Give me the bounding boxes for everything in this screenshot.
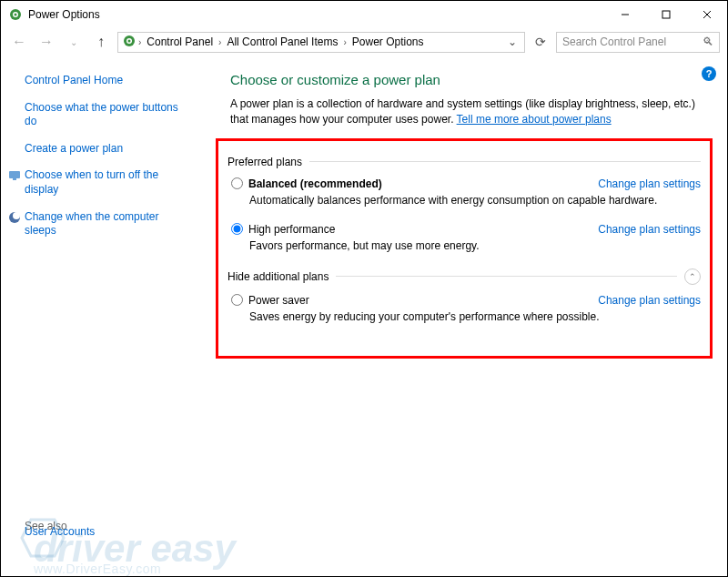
plan-power-saver: Power saver Change plan settings Saves e…	[228, 294, 701, 323]
display-icon	[8, 169, 21, 182]
chevron-right-icon: ›	[218, 37, 221, 47]
change-plan-settings-link[interactable]: Change plan settings	[598, 223, 701, 236]
help-icon[interactable]: ?	[702, 66, 716, 81]
titlebar: Power Options	[1, 1, 727, 28]
plan-name[interactable]: Balanced (recommended)	[248, 177, 382, 190]
plan-name[interactable]: Power saver	[248, 294, 309, 307]
nav-toolbar: ← → ⌄ ↑ › Control Panel › All Control Pa…	[1, 28, 727, 56]
sidebar-link[interactable]: Change when the computer sleeps	[25, 210, 187, 238]
sleep-icon	[8, 211, 21, 224]
recent-dropdown[interactable]: ⌄	[63, 31, 85, 53]
sidebar-link[interactable]: Create a power plan	[25, 142, 187, 157]
chevron-right-icon: ›	[138, 37, 141, 47]
main-content: ? Choose or customize a power plan A pow…	[197, 56, 727, 576]
collapse-icon[interactable]: ⌃	[684, 268, 701, 285]
see-also-link[interactable]: User Accounts	[25, 525, 95, 540]
svg-point-13	[13, 212, 20, 219]
sidebar-link[interactable]: Choose what the power buttons do	[25, 101, 187, 129]
minimize-button[interactable]	[604, 1, 645, 28]
plan-description: Saves energy by reducing your computer's…	[249, 310, 701, 323]
plan-high-performance: High performance Change plan settings Fa…	[228, 223, 701, 252]
back-button[interactable]: ←	[8, 31, 30, 53]
plan-radio-power-saver[interactable]	[231, 294, 243, 306]
sidebar: Control Panel Home Choose what the power…	[1, 56, 197, 576]
change-plan-settings-link[interactable]: Change plan settings	[598, 177, 701, 190]
window-title: Power Options	[28, 8, 100, 21]
svg-rect-10	[9, 171, 20, 178]
breadcrumb-item[interactable]: Control Panel	[143, 35, 217, 48]
svg-point-2	[15, 14, 17, 16]
preferred-plans-group: Preferred plans	[228, 156, 701, 168]
forward-button[interactable]: →	[35, 31, 57, 53]
plan-description: Favors performance, but may use more ene…	[249, 239, 701, 252]
breadcrumb-item[interactable]: All Control Panel Items	[223, 35, 341, 48]
breadcrumb-item[interactable]: Power Options	[349, 35, 428, 48]
plan-balanced: Balanced (recommended) Change plan setti…	[228, 177, 701, 207]
plan-radio-high-performance[interactable]	[231, 223, 243, 235]
power-options-icon	[8, 7, 23, 22]
power-options-icon	[122, 34, 136, 51]
highlighted-area: Preferred plans Balanced (recommended) C…	[216, 138, 713, 359]
search-input[interactable]: Search Control Panel 🔍︎	[556, 32, 720, 53]
up-button[interactable]: ↑	[90, 31, 112, 53]
chevron-right-icon: ›	[343, 37, 346, 47]
close-button[interactable]	[686, 1, 727, 28]
search-placeholder: Search Control Panel	[562, 35, 666, 48]
search-icon: 🔍︎	[703, 35, 713, 48]
svg-rect-4	[662, 11, 670, 18]
page-heading: Choose or customize a power plan	[230, 72, 713, 87]
change-plan-settings-link[interactable]: Change plan settings	[598, 294, 701, 307]
control-panel-home-link[interactable]: Control Panel Home	[25, 74, 187, 88]
additional-plans-group: Hide additional plans ⌃	[228, 268, 701, 285]
breadcrumb[interactable]: › Control Panel › All Control Panel Item…	[117, 32, 525, 53]
learn-more-link[interactable]: Tell me more about power plans	[457, 113, 612, 126]
svg-point-9	[128, 39, 131, 42]
plan-radio-balanced[interactable]	[231, 177, 243, 189]
breadcrumb-dropdown[interactable]: ⌄	[504, 35, 521, 48]
sidebar-link[interactable]: Choose when to turn off the display	[25, 168, 187, 197]
maximize-button[interactable]	[645, 1, 686, 28]
intro-text: A power plan is a collection of hardware…	[230, 96, 713, 127]
svg-rect-11	[13, 178, 16, 180]
plan-description: Automatically balances performance with …	[249, 194, 701, 207]
plan-name[interactable]: High performance	[248, 223, 335, 236]
refresh-button[interactable]: ⟳	[531, 32, 551, 52]
